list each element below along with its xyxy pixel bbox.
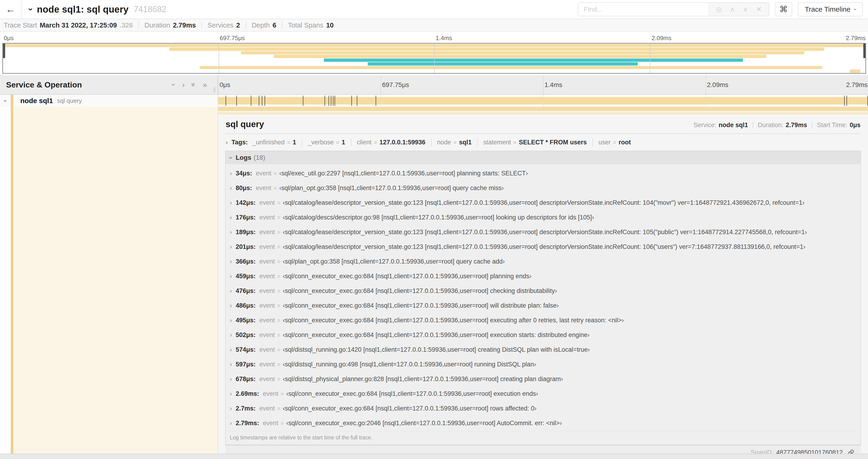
log-marker — [262, 96, 262, 106]
log-timestamp: 2.7ms: — [236, 405, 256, 412]
tick-label: 1.4ms — [545, 81, 562, 89]
meta-label: Duration: — [758, 122, 783, 129]
row-collapse-chevron-icon[interactable]: › — [0, 97, 11, 104]
log-expand-chevron-icon[interactable]: › — [230, 332, 232, 338]
view-selector-button[interactable]: Trace Timeline › — [798, 2, 863, 16]
collapse-one-icon[interactable]: › — [170, 84, 178, 86]
span-row-name-cell[interactable]: › node sql1 sql query — [0, 95, 218, 107]
span-row-timeline-cell[interactable] — [218, 95, 868, 107]
log-expand-chevron-icon[interactable]: › — [230, 185, 232, 191]
log-marker — [259, 96, 259, 106]
logs-header[interactable]: › Logs (18) — [226, 151, 861, 164]
log-expand-chevron-icon[interactable]: › — [230, 347, 232, 353]
log-entry[interactable]: ›476μs:event=‹sql/conn_executor_exec.go:… — [226, 284, 861, 298]
log-marker — [303, 96, 303, 106]
minimap-span-bar — [368, 62, 638, 66]
trace-title-wrap[interactable]: › node sql1: sql query 7418682 — [29, 4, 166, 15]
minimap-span-bar — [324, 59, 743, 62]
find-input[interactable] — [578, 3, 709, 16]
expand-all-icon[interactable]: » — [203, 81, 207, 88]
expand-one-icon[interactable]: › — [182, 81, 185, 88]
log-expand-chevron-icon[interactable]: › — [230, 170, 232, 176]
log-expand-chevron-icon[interactable]: › — [230, 317, 232, 324]
stat-value-fraction: .326 — [120, 22, 133, 29]
meta-value: 0μs — [849, 122, 861, 129]
log-entry[interactable]: ›176μs:event=‹sql/catalog/descs/descript… — [226, 210, 861, 225]
column-resize-grip[interactable]: ∥ — [213, 86, 216, 93]
log-entry[interactable]: ›2.7ms:event=‹sql/conn_executor_exec.go:… — [226, 401, 861, 416]
log-field-value: ‹sql/conn_executor_exec.go:684 [nsql1,cl… — [283, 287, 557, 295]
trace-stat: Duration2.79ms — [145, 22, 196, 29]
trace-page: ← › node sql1: sql query 7418682 ◎ ∧ ∨ ✕… — [0, 0, 868, 459]
log-expand-chevron-icon[interactable]: › — [230, 229, 232, 235]
separator — [592, 138, 593, 146]
log-entry[interactable]: ›502μs:event=‹sql/conn_executor_exec.go:… — [226, 328, 861, 342]
log-expand-chevron-icon[interactable]: › — [230, 420, 232, 426]
log-entry[interactable]: ›678μs:event=‹sql/distsql_physical_plann… — [226, 372, 861, 387]
collapse-all-icon[interactable]: » — [190, 83, 197, 87]
log-expand-chevron-icon[interactable]: › — [230, 200, 232, 206]
separator — [431, 138, 431, 146]
locate-icon[interactable]: ◎ — [716, 6, 722, 13]
log-marker — [351, 96, 352, 106]
log-field-value: ‹sql/conn_executor_exec.go:684 [nsql1,cl… — [286, 390, 538, 397]
log-field-key: event — [259, 375, 275, 383]
log-expand-chevron-icon[interactable]: › — [230, 391, 232, 397]
log-entry[interactable]: ›189μs:event=‹sql/catalog/lease/descript… — [226, 225, 861, 239]
log-entry[interactable]: ›142μs:event=‹sql/catalog/lease/descript… — [226, 195, 861, 210]
tick-label: 2.79ms — [846, 35, 866, 42]
back-button[interactable]: ← — [0, 0, 22, 19]
log-entry[interactable]: ›459μs:event=‹sql/conn_executor_exec.go:… — [226, 269, 861, 284]
log-entry[interactable]: ›486μs:event=‹sql/conn_executor_exec.go:… — [226, 298, 861, 313]
log-expand-chevron-icon[interactable]: › — [230, 302, 232, 309]
log-expand-chevron-icon[interactable]: › — [230, 273, 232, 280]
log-entry[interactable]: ›201μs:event=‹sql/catalog/lease/descript… — [226, 239, 861, 254]
log-expand-chevron-icon[interactable]: › — [230, 214, 232, 221]
log-entry[interactable]: ›366μs:event=‹sql/plan_opt.go:358 [nsql1… — [226, 254, 861, 269]
log-entry[interactable]: ›2.69ms:event=‹sql/conn_executor_exec.go… — [226, 387, 861, 401]
log-entry[interactable]: ›597μs:event=‹sql/distsql_running.go:498… — [226, 357, 861, 372]
logs-title: Logs — [236, 154, 251, 161]
log-expand-chevron-icon[interactable]: › — [230, 405, 232, 412]
log-entry[interactable]: ›2.79ms:event=‹sql/conn_executor_exec.go… — [226, 416, 861, 431]
separator — [282, 22, 282, 29]
tick-label: 2.79ms — [846, 81, 868, 89]
minimap-right-handle[interactable] — [863, 44, 865, 58]
service-operation-header: Service & Operation › › » » ∥ — [0, 75, 218, 94]
logs-collapse-chevron-icon[interactable]: › — [228, 157, 234, 159]
separator — [477, 138, 477, 146]
minimap-left-handle[interactable] — [3, 44, 5, 58]
tags-expand-chevron-icon[interactable]: › — [226, 139, 228, 145]
tag-value: SELECT * FROM users — [519, 139, 587, 146]
equals-sign: = — [613, 139, 616, 146]
log-field-key: event — [256, 185, 271, 192]
equals-sign: = — [513, 139, 517, 146]
log-marker — [251, 96, 251, 106]
stat-value: 10 — [326, 22, 334, 29]
log-expand-chevron-icon[interactable]: › — [230, 258, 232, 265]
log-field-value: ‹sql/plan_opt.go:358 [nsql1,client=127.0… — [279, 185, 504, 192]
log-timestamp: 678μs: — [236, 375, 256, 383]
span-duration-bar[interactable] — [218, 97, 868, 104]
log-expand-chevron-icon[interactable]: › — [230, 361, 232, 368]
separator — [246, 22, 246, 29]
keyboard-shortcuts-button[interactable]: ⌘ — [775, 2, 792, 16]
next-match-icon[interactable]: ∨ — [743, 6, 748, 13]
trace-stat: Services2 — [208, 22, 240, 29]
log-entry[interactable]: ›80μs:event=‹sql/plan_opt.go:358 [nsql1,… — [226, 181, 861, 195]
clear-matches-icon[interactable]: ✕ — [756, 6, 762, 13]
log-expand-chevron-icon[interactable]: › — [230, 376, 232, 382]
log-field-value: ‹sql/conn_executor_exec.go:684 [nsql1,cl… — [283, 317, 624, 324]
tags-row[interactable]: › Tags: _unfinished=1_verbose=1client=12… — [225, 134, 861, 151]
log-expand-chevron-icon[interactable]: › — [230, 244, 232, 250]
log-entry[interactable]: ›495μs:event=‹sql/conn_executor_exec.go:… — [226, 313, 861, 328]
log-expand-chevron-icon[interactable]: › — [230, 288, 232, 294]
log-entry[interactable]: ›34μs:event=‹sql/exec_util.go:2297 [nsql… — [226, 166, 861, 181]
minimap-span-bar — [850, 69, 860, 73]
prev-match-icon[interactable]: ∧ — [730, 6, 735, 13]
minimap-canvas[interactable] — [2, 43, 866, 74]
log-entry[interactable]: ›574μs:event=‹sql/distsql_running.go:142… — [226, 342, 861, 357]
log-field-key: event — [259, 229, 275, 236]
collapse-trace-chevron-icon[interactable]: › — [26, 8, 36, 11]
left-column — [0, 107, 218, 454]
